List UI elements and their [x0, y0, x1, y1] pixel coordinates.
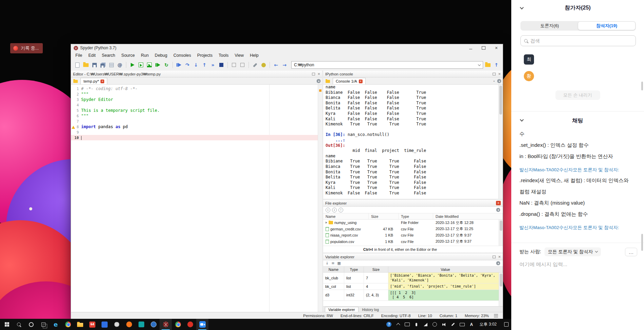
- menu-run[interactable]: Run: [138, 53, 152, 58]
- browse-tabs-icon[interactable]: [73, 80, 78, 83]
- participants-scrollbar[interactable]: [641, 82, 643, 90]
- ime-indicator[interactable]: A: [469, 322, 474, 327]
- debug-continue-button[interactable]: »: [209, 61, 217, 69]
- column-header-name[interactable]: Name: [323, 213, 369, 219]
- spyder-app-taskbar-icon[interactable]: [160, 319, 172, 330]
- zoom-app-taskbar-icon[interactable]: [196, 319, 208, 330]
- save-data-icon[interactable]: ≡: [331, 261, 334, 265]
- fullscreen-button[interactable]: [239, 61, 246, 69]
- maximize-button[interactable]: [477, 44, 490, 52]
- close-pane-icon[interactable]: ×: [498, 255, 501, 259]
- menu-consoles[interactable]: Consoles: [170, 53, 194, 58]
- back-button[interactable]: ‹: [326, 208, 330, 212]
- column-header-size[interactable]: Size: [369, 213, 399, 219]
- keyboard-tray-icon[interactable]: [460, 322, 465, 327]
- close-pane-icon[interactable]: ×: [498, 72, 501, 76]
- menu-search[interactable]: Search: [99, 53, 118, 58]
- browse-tabs-icon[interactable]: [326, 80, 330, 83]
- participant-search[interactable]: [520, 35, 636, 46]
- file-row[interactable]: niaaa_report.csv1 KBcsv File2020-12-17 오…: [323, 232, 503, 239]
- variable-explorer-scrollbar[interactable]: [499, 273, 503, 306]
- edge-taskbar-icon[interactable]: [50, 319, 62, 330]
- editor-options-gear-icon[interactable]: [316, 79, 321, 83]
- variable-row[interactable]: bk_clublist7['Bibiane', 'Bianca', 'Bonit…: [323, 273, 503, 283]
- menu-view[interactable]: View: [232, 53, 247, 58]
- undock-icon[interactable]: [493, 73, 496, 75]
- app-red-taskbar-icon[interactable]: [184, 319, 196, 330]
- pane-tab-history-log[interactable]: History log: [359, 307, 382, 312]
- app-blue-taskbar-icon[interactable]: [98, 319, 111, 330]
- menu-edit[interactable]: Edit: [85, 53, 99, 58]
- run-button[interactable]: [129, 61, 136, 69]
- signal-tray-icon[interactable]: [423, 322, 428, 327]
- menu-source[interactable]: Source: [118, 53, 138, 58]
- browse-directory-button[interactable]: [484, 61, 492, 69]
- clock[interactable]: 오후 3:02: [479, 322, 497, 327]
- python-env-button[interactable]: [260, 61, 267, 69]
- rerun-cell-button[interactable]: [154, 61, 162, 69]
- editor-line-4[interactable]: 4: [71, 102, 322, 108]
- code-editor[interactable]: 1# -*- coding: utf-8 -*-2"""3Spyder Edit…: [71, 85, 322, 312]
- editor-scrollbar[interactable]: [318, 85, 322, 312]
- close-tab-icon[interactable]: ×: [100, 80, 104, 83]
- variable-explorer-options-gear-icon[interactable]: [496, 261, 500, 265]
- mic-tray-icon[interactable]: [414, 322, 419, 327]
- app-orange-taskbar-icon[interactable]: [123, 319, 135, 330]
- print-button[interactable]: [108, 61, 115, 69]
- editor-line-10[interactable]: 10: [71, 135, 322, 140]
- editor-line-9[interactable]: 9: [71, 129, 322, 135]
- lower-all-hands-button[interactable]: 모든 손 내리기: [555, 90, 600, 100]
- parent-directory-button[interactable]: ↑: [338, 208, 343, 212]
- maximize-pane-button[interactable]: [230, 61, 238, 69]
- globe-app-taskbar-icon[interactable]: [147, 319, 160, 330]
- editor-line-5[interactable]: 5This is a temporary script file.: [71, 108, 322, 113]
- file-row[interactable]: german_credit.csv47 KBcsv File2020-12-17…: [323, 226, 503, 232]
- participants-tab-1[interactable]: 참석자(19): [578, 22, 635, 30]
- console-options-gear-icon[interactable]: [497, 79, 501, 83]
- stop-debug-button[interactable]: [218, 61, 225, 69]
- column-header-size[interactable]: Size: [364, 266, 388, 272]
- volume-tray-icon[interactable]: [441, 322, 446, 327]
- search-input[interactable]: [530, 38, 632, 44]
- editor-line-8[interactable]: 8import pandas as pd: [71, 124, 322, 129]
- menu-help[interactable]: Help: [247, 53, 262, 58]
- console-tab[interactable]: Console 1/A ×: [333, 78, 366, 84]
- minimize-button[interactable]: [464, 44, 477, 52]
- chat-input[interactable]: 여기에 메시지 입력...: [519, 261, 636, 268]
- editor-line-7[interactable]: 7: [71, 119, 322, 124]
- close-pane-icon[interactable]: ×: [317, 72, 320, 76]
- column-header-type[interactable]: Type: [344, 266, 364, 272]
- action-center-icon[interactable]: [504, 322, 509, 327]
- file-explorer-options-gear-icon[interactable]: [496, 208, 500, 212]
- menu-tools[interactable]: Tools: [216, 53, 232, 58]
- participant-avatar[interactable]: 황: [524, 71, 534, 81]
- undock-icon[interactable]: [493, 256, 496, 258]
- settings-taskbar-icon[interactable]: [111, 319, 123, 330]
- interrupt-kernel-icon[interactable]: ▪: [493, 79, 495, 83]
- editor-line-6[interactable]: 6""": [71, 113, 322, 119]
- step-over-button[interactable]: ↷: [184, 61, 191, 69]
- chat-more-button[interactable]: …: [625, 248, 637, 256]
- app-teal-taskbar-icon[interactable]: [135, 319, 147, 330]
- file-row[interactable]: population.csv1 KBcsv File2020-12-17 오후 …: [323, 239, 503, 245]
- menu-projects[interactable]: Projects: [194, 53, 216, 58]
- display-tray-icon[interactable]: [405, 322, 410, 327]
- variable-row[interactable]: bk_collist4['mid', 'final', 'project', '…: [323, 283, 503, 290]
- file-explorer-scrollbar[interactable]: [499, 220, 503, 246]
- close-tab-icon[interactable]: ×: [359, 80, 363, 83]
- file-row[interactable]: numpy_usingFile Folder2020-12-16 오후 12:2…: [323, 220, 503, 226]
- debug-file-button[interactable]: [175, 61, 183, 69]
- working-directory-combo[interactable]: C:₩python: [291, 61, 483, 69]
- forward-button[interactable]: ›: [332, 208, 337, 212]
- editor-tab[interactable]: temp.py* ×: [80, 78, 107, 84]
- go-up-button[interactable]: ↑: [493, 61, 500, 69]
- save-all-button[interactable]: [99, 61, 107, 69]
- menu-file[interactable]: File: [72, 53, 85, 58]
- expand-icon[interactable]: [326, 222, 327, 224]
- chrome-taskbar-icon[interactable]: [62, 319, 74, 330]
- spyder-titlebar[interactable]: Spyder (Python 3.7) ×: [71, 44, 503, 52]
- console-output[interactable]: nameBibiane False False False TrueBianca…: [323, 85, 503, 199]
- step-return-button[interactable]: ↑: [201, 61, 208, 69]
- pen-tray-icon[interactable]: [450, 322, 456, 327]
- pane-tab-variable-explorer[interactable]: Variable explorer: [325, 307, 358, 312]
